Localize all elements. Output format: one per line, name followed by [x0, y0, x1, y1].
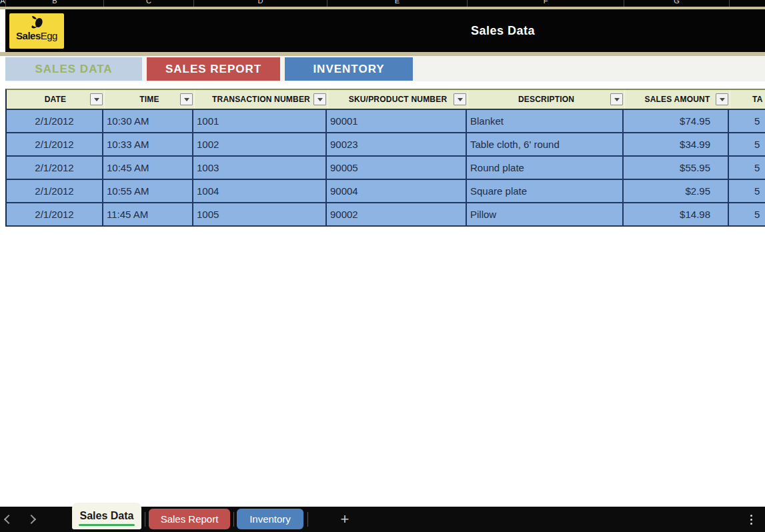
cell-tax[interactable]: 5: [729, 157, 765, 180]
column-letter-f[interactable]: F: [467, 0, 624, 7]
column-letter-bar: A B C D E F G: [0, 0, 765, 7]
column-header-sales-amount[interactable]: SALES AMOUNT: [625, 90, 730, 109]
chevron-down-icon: [720, 98, 725, 101]
nav-tab-sales-data[interactable]: SALES DATA: [5, 57, 142, 81]
cell-transaction-number[interactable]: 1003: [193, 157, 327, 180]
column-letter-a[interactable]: A: [0, 0, 5, 7]
cell-time[interactable]: 10:55 AM: [103, 180, 193, 203]
cell-description[interactable]: Table cloth, 6' round: [467, 133, 624, 157]
cell-tax[interactable]: 5: [729, 110, 765, 133]
cell-description[interactable]: Round plate: [467, 157, 624, 180]
sheet-tab-sales-data[interactable]: Sales Data: [72, 503, 141, 529]
column-header-description[interactable]: DESCRIPTION: [468, 90, 625, 109]
column-letter-g[interactable]: G: [624, 0, 729, 7]
chevron-down-icon: [94, 98, 99, 101]
chevron-down-icon: [614, 98, 620, 101]
sheet-tab-sales-report[interactable]: Sales Report: [149, 509, 230, 529]
chevron-down-icon: [458, 98, 463, 101]
filter-button-date[interactable]: [90, 93, 103, 105]
cell-sales-amount[interactable]: $14.98: [624, 203, 729, 227]
column-letter-e[interactable]: E: [327, 0, 467, 7]
table-header-row: DATE TIME TRANSACTION NUMBER SKU/PRODUCT…: [5, 89, 765, 110]
salesegg-logo: SalesEgg: [9, 13, 64, 49]
cell-description[interactable]: Blanket: [467, 110, 624, 133]
nav-tab-strip: SALES DATA SALES REPORT INVENTORY: [5, 56, 765, 81]
egg-icon: [28, 15, 45, 31]
filter-button-description[interactable]: [610, 93, 623, 105]
cell-sales-amount[interactable]: $34.99: [624, 133, 729, 157]
cell-date[interactable]: 2/1/2012: [5, 133, 103, 157]
cell-description[interactable]: Pillow: [467, 203, 624, 227]
cell-sales-amount[interactable]: $2.95: [624, 180, 729, 203]
cell-time[interactable]: 11:45 AM: [103, 203, 193, 227]
tab-divider: [145, 512, 145, 527]
nav-tab-inventory[interactable]: INVENTORY: [285, 57, 413, 81]
sales-data-table: DATE TIME TRANSACTION NUMBER SKU/PRODUCT…: [5, 89, 765, 227]
tab-divider: [233, 512, 234, 527]
nav-tab-sales-report[interactable]: SALES REPORT: [147, 57, 280, 81]
table-row: 2/1/2012 10:30 AM 1001 90001 Blanket $74…: [5, 110, 765, 133]
cell-time[interactable]: 10:30 AM: [103, 110, 193, 133]
column-letter-b[interactable]: B: [5, 0, 103, 7]
table-row: 2/1/2012 10:55 AM 1004 90004 Square plat…: [5, 180, 765, 203]
chevron-down-icon: [317, 98, 323, 101]
cell-sku[interactable]: 90004: [327, 180, 467, 203]
cell-sku[interactable]: 90023: [327, 133, 467, 157]
filter-button-transaction-number[interactable]: [313, 93, 326, 105]
cell-sales-amount[interactable]: $74.95: [624, 110, 729, 133]
cell-description[interactable]: Square plate: [467, 180, 624, 203]
tab-divider: [307, 512, 308, 527]
spreadsheet-app: A B C D E F G SalesEgg Sales Data SALES …: [0, 0, 765, 532]
active-tab-underline: [79, 524, 135, 526]
title-bar: SalesEgg Sales Data: [5, 9, 765, 52]
cell-transaction-number[interactable]: 1004: [193, 180, 327, 203]
cell-date[interactable]: 2/1/2012: [5, 203, 103, 227]
table-row: 2/1/2012 10:33 AM 1002 90023 Table cloth…: [5, 133, 765, 157]
plus-icon: +: [341, 511, 349, 528]
cell-sales-amount[interactable]: $55.95: [624, 157, 729, 180]
cell-date[interactable]: 2/1/2012: [5, 157, 103, 180]
filter-button-time[interactable]: [180, 93, 193, 105]
column-header-time[interactable]: TIME: [105, 90, 195, 109]
column-header-transaction-number[interactable]: TRANSACTION NUMBER: [195, 90, 328, 109]
filter-button-sales-amount[interactable]: [716, 93, 728, 105]
cell-date[interactable]: 2/1/2012: [5, 110, 103, 133]
table-row: 2/1/2012 10:45 AM 1003 90005 Round plate…: [5, 157, 765, 180]
cell-tax[interactable]: 5: [729, 180, 765, 203]
cell-time[interactable]: 10:33 AM: [103, 133, 193, 157]
chevron-down-icon: [184, 98, 189, 101]
cell-sku[interactable]: 90005: [327, 157, 467, 180]
chevron-left-icon[interactable]: [4, 515, 13, 524]
cell-date[interactable]: 2/1/2012: [5, 180, 103, 203]
column-header-date[interactable]: DATE: [7, 90, 105, 109]
cell-tax[interactable]: 5: [729, 203, 765, 227]
page-title: Sales Data: [431, 9, 575, 52]
column-letter-c[interactable]: C: [103, 0, 193, 7]
sheet-tab-inventory[interactable]: Inventory: [237, 509, 303, 529]
filter-button-sku-product-number[interactable]: [454, 93, 466, 105]
column-letter-d[interactable]: D: [193, 0, 327, 7]
cell-sku[interactable]: 90001: [327, 110, 467, 133]
cell-transaction-number[interactable]: 1001: [193, 110, 327, 133]
cell-transaction-number[interactable]: 1005: [193, 203, 327, 227]
chevron-right-icon[interactable]: [27, 515, 36, 524]
table-row: 2/1/2012 11:45 AM 1005 90002 Pillow $14.…: [5, 203, 765, 227]
add-sheet-button[interactable]: +: [335, 507, 354, 532]
cell-transaction-number[interactable]: 1002: [193, 133, 327, 157]
cell-sku[interactable]: 90002: [327, 203, 467, 227]
column-header-sku-product-number[interactable]: SKU/PRODUCT NUMBER: [328, 90, 468, 109]
column-header-tax[interactable]: TA: [730, 90, 765, 109]
logo-wordmark: SalesEgg: [16, 31, 57, 41]
cell-tax[interactable]: 5: [729, 133, 765, 157]
sheet-tab-bar: Sales Data Sales Report Inventory +: [0, 507, 765, 532]
kebab-menu-icon[interactable]: [746, 511, 756, 527]
cell-time[interactable]: 10:45 AM: [103, 157, 193, 180]
column-letter-h[interactable]: [729, 0, 765, 7]
